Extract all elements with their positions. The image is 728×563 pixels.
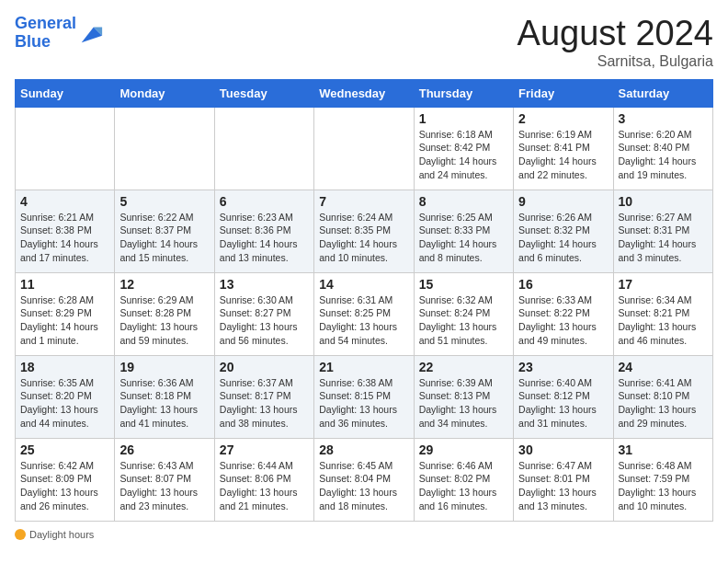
- calendar-week-2: 4Sunrise: 6:21 AMSunset: 8:38 PMDaylight…: [16, 190, 713, 272]
- day-number: 30: [518, 442, 608, 457]
- day-info: Sunrise: 6:25 AMSunset: 8:33 PMDaylight:…: [419, 211, 508, 265]
- calendar-cell: 7Sunrise: 6:24 AMSunset: 8:35 PMDaylight…: [314, 190, 414, 272]
- day-info: Sunrise: 6:38 AMSunset: 8:15 PMDaylight:…: [319, 376, 408, 431]
- day-number: 13: [220, 277, 309, 292]
- day-number: 18: [20, 360, 109, 374]
- day-number: 2: [518, 111, 608, 126]
- day-number: 20: [220, 360, 309, 374]
- calendar-cell: 17Sunrise: 6:34 AMSunset: 8:21 PMDayligh…: [613, 272, 712, 355]
- day-info: Sunrise: 6:18 AMSunset: 8:42 PMDaylight:…: [419, 128, 508, 182]
- title-block: August 2024 Sarnitsa, Bulgaria: [518, 15, 713, 70]
- day-number: 5: [119, 194, 209, 209]
- calendar-cell: 10Sunrise: 6:27 AMSunset: 8:31 PMDayligh…: [613, 190, 712, 272]
- calendar-cell: 29Sunrise: 6:46 AMSunset: 8:02 PMDayligh…: [414, 438, 513, 521]
- calendar-cell: 19Sunrise: 6:36 AMSunset: 8:18 PMDayligh…: [115, 355, 214, 438]
- calendar-cell: 2Sunrise: 6:19 AMSunset: 8:41 PMDaylight…: [514, 107, 613, 190]
- day-info: Sunrise: 6:21 AMSunset: 8:38 PMDaylight:…: [20, 211, 109, 265]
- calendar-cell: 21Sunrise: 6:38 AMSunset: 8:15 PMDayligh…: [314, 355, 414, 438]
- day-info: Sunrise: 6:44 AMSunset: 8:06 PMDaylight:…: [220, 459, 309, 513]
- day-number: 6: [220, 194, 309, 209]
- day-info: Sunrise: 6:22 AMSunset: 8:37 PMDaylight:…: [119, 211, 209, 265]
- day-info: Sunrise: 6:33 AMSunset: 8:22 PMDaylight:…: [518, 293, 608, 348]
- day-number: 21: [319, 360, 408, 374]
- calendar-cell: 30Sunrise: 6:47 AMSunset: 8:01 PMDayligh…: [514, 438, 613, 521]
- calendar-cell: 14Sunrise: 6:31 AMSunset: 8:25 PMDayligh…: [314, 272, 414, 355]
- day-info: Sunrise: 6:32 AMSunset: 8:24 PMDaylight:…: [419, 293, 508, 348]
- day-number: 15: [419, 277, 508, 292]
- day-info: Sunrise: 6:29 AMSunset: 8:28 PMDaylight:…: [119, 293, 209, 348]
- calendar-cell: 8Sunrise: 6:25 AMSunset: 8:33 PMDaylight…: [414, 190, 513, 272]
- day-number: 9: [518, 194, 608, 209]
- day-number: 4: [20, 194, 109, 209]
- calendar-cell: 9Sunrise: 6:26 AMSunset: 8:32 PMDaylight…: [514, 190, 613, 272]
- calendar-header: SundayMondayTuesdayWednesdayThursdayFrid…: [16, 79, 713, 107]
- day-info: Sunrise: 6:34 AMSunset: 8:21 PMDaylight:…: [619, 293, 708, 348]
- calendar-week-5: 25Sunrise: 6:42 AMSunset: 8:09 PMDayligh…: [16, 438, 713, 521]
- day-number: 19: [119, 360, 209, 374]
- logo-line2: Blue: [15, 32, 51, 51]
- day-number: 23: [518, 360, 608, 374]
- calendar-cell: 18Sunrise: 6:35 AMSunset: 8:20 PMDayligh…: [16, 355, 115, 438]
- day-info: Sunrise: 6:23 AMSunset: 8:36 PMDaylight:…: [220, 211, 309, 265]
- calendar-table: SundayMondayTuesdayWednesdayThursdayFrid…: [15, 79, 713, 522]
- calendar-cell: 26Sunrise: 6:43 AMSunset: 8:07 PMDayligh…: [115, 438, 214, 521]
- calendar-cell: 13Sunrise: 6:30 AMSunset: 8:27 PMDayligh…: [214, 272, 313, 355]
- day-info: Sunrise: 6:37 AMSunset: 8:17 PMDaylight:…: [220, 376, 309, 431]
- day-number: 29: [419, 442, 508, 457]
- day-number: 26: [119, 442, 209, 457]
- header-day-saturday: Saturday: [613, 79, 712, 107]
- day-number: 31: [619, 442, 708, 457]
- calendar-cell: 24Sunrise: 6:41 AMSunset: 8:10 PMDayligh…: [613, 355, 712, 438]
- calendar-cell: 22Sunrise: 6:39 AMSunset: 8:13 PMDayligh…: [414, 355, 513, 438]
- day-number: 12: [119, 277, 209, 292]
- day-info: Sunrise: 6:39 AMSunset: 8:13 PMDaylight:…: [419, 376, 508, 431]
- day-number: 3: [619, 111, 708, 126]
- daylight-legend: Daylight hours: [15, 529, 94, 540]
- calendar-cell: 5Sunrise: 6:22 AMSunset: 8:37 PMDaylight…: [115, 190, 214, 272]
- calendar-body: 1Sunrise: 6:18 AMSunset: 8:42 PMDaylight…: [16, 107, 713, 521]
- header-day-friday: Friday: [514, 79, 613, 107]
- footer: Daylight hours: [15, 529, 713, 542]
- calendar-cell: [314, 107, 414, 190]
- day-number: 11: [20, 277, 109, 292]
- calendar-cell: 16Sunrise: 6:33 AMSunset: 8:22 PMDayligh…: [514, 272, 613, 355]
- logo-line1: General: [15, 14, 76, 32]
- calendar-cell: [16, 107, 115, 190]
- logo: General Blue: [15, 15, 104, 52]
- calendar-cell: 3Sunrise: 6:20 AMSunset: 8:40 PMDaylight…: [613, 107, 712, 190]
- calendar-cell: 31Sunrise: 6:48 AMSunset: 7:59 PMDayligh…: [613, 438, 712, 521]
- day-info: Sunrise: 6:42 AMSunset: 8:09 PMDaylight:…: [20, 459, 109, 513]
- day-number: 16: [518, 277, 608, 292]
- calendar-cell: 6Sunrise: 6:23 AMSunset: 8:36 PMDaylight…: [214, 190, 313, 272]
- calendar-week-4: 18Sunrise: 6:35 AMSunset: 8:20 PMDayligh…: [16, 355, 713, 438]
- day-info: Sunrise: 6:30 AMSunset: 8:27 PMDaylight:…: [220, 293, 309, 348]
- day-number: 28: [319, 442, 408, 457]
- day-info: Sunrise: 6:48 AMSunset: 7:59 PMDaylight:…: [619, 459, 708, 513]
- day-number: 10: [619, 194, 708, 209]
- day-info: Sunrise: 6:36 AMSunset: 8:18 PMDaylight:…: [119, 376, 209, 431]
- day-info: Sunrise: 6:31 AMSunset: 8:25 PMDaylight:…: [319, 293, 408, 348]
- calendar-cell: 23Sunrise: 6:40 AMSunset: 8:12 PMDayligh…: [514, 355, 613, 438]
- day-number: 17: [619, 277, 708, 292]
- day-info: Sunrise: 6:45 AMSunset: 8:04 PMDaylight:…: [319, 459, 408, 513]
- calendar-cell: 27Sunrise: 6:44 AMSunset: 8:06 PMDayligh…: [214, 438, 313, 521]
- day-info: Sunrise: 6:46 AMSunset: 8:02 PMDaylight:…: [419, 459, 508, 513]
- day-number: 22: [419, 360, 508, 374]
- day-info: Sunrise: 6:43 AMSunset: 8:07 PMDaylight:…: [119, 459, 209, 513]
- subtitle: Sarnitsa, Bulgaria: [518, 53, 713, 70]
- sun-icon: [15, 529, 26, 540]
- header-day-thursday: Thursday: [414, 79, 513, 107]
- day-info: Sunrise: 6:24 AMSunset: 8:35 PMDaylight:…: [319, 211, 408, 265]
- day-info: Sunrise: 6:28 AMSunset: 8:29 PMDaylight:…: [20, 293, 109, 348]
- day-info: Sunrise: 6:20 AMSunset: 8:40 PMDaylight:…: [619, 128, 708, 182]
- calendar-cell: 11Sunrise: 6:28 AMSunset: 8:29 PMDayligh…: [16, 272, 115, 355]
- header-day-sunday: Sunday: [16, 79, 115, 107]
- calendar-cell: 12Sunrise: 6:29 AMSunset: 8:28 PMDayligh…: [115, 272, 214, 355]
- header-day-tuesday: Tuesday: [214, 79, 313, 107]
- day-info: Sunrise: 6:35 AMSunset: 8:20 PMDaylight:…: [20, 376, 109, 431]
- logo-icon: [78, 20, 104, 46]
- day-info: Sunrise: 6:41 AMSunset: 8:10 PMDaylight:…: [619, 376, 708, 431]
- day-number: 1: [419, 111, 508, 126]
- calendar-cell: 20Sunrise: 6:37 AMSunset: 8:17 PMDayligh…: [214, 355, 313, 438]
- logo-text: General Blue: [15, 15, 76, 52]
